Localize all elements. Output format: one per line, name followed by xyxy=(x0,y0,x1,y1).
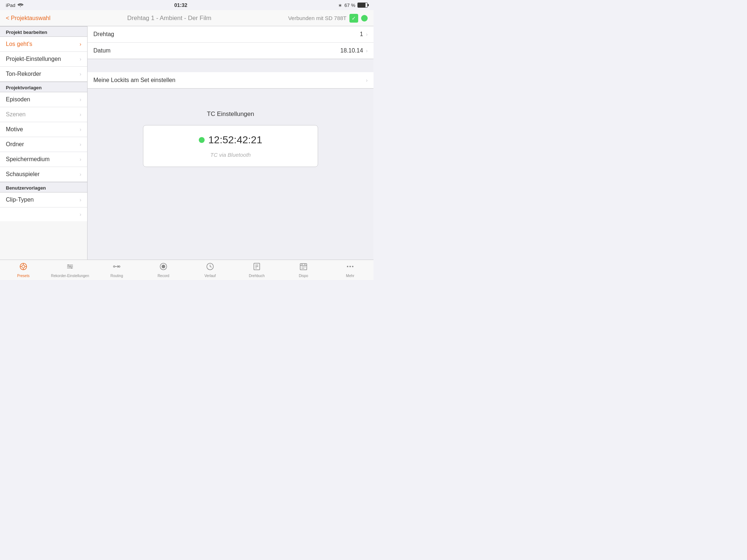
menu-label-episoden: Episoden xyxy=(6,96,30,103)
lockits-label: Meine Lockits am Set einstellen xyxy=(93,77,175,83)
menu-item-clip-typen[interactable]: Clip-Typen › xyxy=(0,192,87,207)
tc-bluetooth-label: TC via Bluetooth xyxy=(210,152,251,158)
menu-label-schauspieler: Schauspieler xyxy=(6,171,40,178)
svg-point-33 xyxy=(352,266,353,267)
tab-mehr-label: Mehr xyxy=(346,274,355,278)
chevron-motive: › xyxy=(80,127,81,132)
menu-label-motive: Motive xyxy=(6,126,23,133)
main-container: Projekt bearbeiten Los geht's › Projekt-… xyxy=(0,26,374,260)
tc-section: TC Einstellungen 12:52:42:21 TC via Blue… xyxy=(88,102,374,176)
drehtag-number: 1 xyxy=(360,31,363,38)
divider-2 xyxy=(88,89,374,102)
connected-checkmark: ✓ xyxy=(349,14,358,23)
lockits-row[interactable]: Meine Lockits am Set einstellen › xyxy=(88,72,374,88)
battery-percent: 67 % xyxy=(344,3,355,8)
chevron-schauspieler: › xyxy=(80,171,81,177)
mehr-icon xyxy=(346,262,355,273)
tab-presets-label: Presets xyxy=(17,274,30,278)
chevron-szenen: › xyxy=(80,112,81,117)
menu-label-clip-typen: Clip-Typen xyxy=(6,197,34,203)
left-panel: Projekt bearbeiten Los geht's › Projekt-… xyxy=(0,26,88,260)
svg-point-31 xyxy=(347,266,348,267)
drehtag-chevron: › xyxy=(366,31,368,37)
tab-routing-label: Routing xyxy=(111,274,123,278)
tc-time-value: 12:52:42:21 xyxy=(208,134,262,146)
drehtag-value: 1 › xyxy=(360,31,368,38)
menu-item-projekt-einstellungen[interactable]: Projekt-Einstellungen › xyxy=(0,52,87,67)
chevron-clip-typen: › xyxy=(80,197,81,203)
tab-dispo-label: Dispo xyxy=(299,274,308,278)
tc-box: 12:52:42:21 TC via Bluetooth xyxy=(143,125,318,167)
svg-point-1 xyxy=(22,265,25,268)
dispo-icon xyxy=(299,262,308,273)
chevron-ton-rekorder: › xyxy=(80,71,81,77)
menu-item-speichermedium[interactable]: Speichermedium › xyxy=(0,152,87,167)
divider-1 xyxy=(88,59,374,72)
record-icon xyxy=(159,262,168,273)
verlauf-icon xyxy=(206,262,214,273)
chevron-losgehts: › xyxy=(80,41,81,47)
chevron-speichermedium: › xyxy=(80,156,81,162)
menu-item-schauspieler[interactable]: Schauspieler › xyxy=(0,167,87,182)
chevron-episoden: › xyxy=(80,97,81,102)
tab-drehbuch[interactable]: Drehbuch xyxy=(233,260,280,280)
menu-label-projekt-einstellungen: Projekt-Einstellungen xyxy=(6,56,61,62)
lockits-section: Meine Lockits am Set einstellen › xyxy=(88,72,374,89)
back-button[interactable]: < Projektauswahl xyxy=(6,15,50,22)
chevron-projekt-einstellungen: › xyxy=(80,56,81,62)
menu-item-episoden[interactable]: Episoden › xyxy=(0,92,87,107)
svg-point-12 xyxy=(113,266,115,267)
status-time: 01:32 xyxy=(174,2,187,8)
menu-label-speichermedium: Speichermedium xyxy=(6,156,50,163)
tc-timecode: 12:52:42:21 xyxy=(199,134,262,146)
menu-label-szenen: Szenen xyxy=(6,111,26,118)
wifi-icon xyxy=(18,3,23,8)
tab-dispo[interactable]: Dispo xyxy=(280,260,327,280)
tab-rekorder-label: Rekorder-Einstellungen xyxy=(51,274,89,278)
menu-item-losgehts[interactable]: Los geht's › xyxy=(0,37,87,52)
tab-record-label: Record xyxy=(158,274,169,278)
section-header-projekt: Projekt bearbeiten xyxy=(0,26,87,37)
status-bar: iPad 01:32 ∗ 67 % xyxy=(0,0,374,10)
tab-verlauf[interactable]: Verlauf xyxy=(187,260,233,280)
tab-mehr[interactable]: Mehr xyxy=(327,260,374,280)
menu-item-ton-rekorder[interactable]: Ton-Rekorder › xyxy=(0,67,87,82)
device-label: iPad xyxy=(6,3,15,8)
drehbuch-icon xyxy=(252,262,261,273)
battery-icon xyxy=(357,3,368,8)
right-panel: Drehtag 1 › Datum 18.10.14 › Meine Locki… xyxy=(88,26,374,260)
lockits-chevron: › xyxy=(366,77,368,83)
drehtag-datum-section: Drehtag 1 › Datum 18.10.14 › xyxy=(88,26,374,59)
routing-icon xyxy=(112,262,121,273)
tab-rekorder-einstellungen[interactable]: Rekorder-Einstellungen xyxy=(47,260,93,280)
drehtag-label: Drehtag xyxy=(93,31,114,38)
menu-label-ton-rekorder: Ton-Rekorder xyxy=(6,71,41,77)
tc-title: TC Einstellungen xyxy=(207,110,254,118)
connected-dot xyxy=(361,15,368,22)
datum-chevron: › xyxy=(366,48,368,54)
tab-verlauf-label: Verlauf xyxy=(204,274,216,278)
svg-point-16 xyxy=(162,265,165,268)
menu-label-losgehts: Los geht's xyxy=(6,41,32,47)
drehtag-row[interactable]: Drehtag 1 › xyxy=(88,26,374,43)
status-right: ∗ 67 % xyxy=(338,3,368,8)
tc-status-dot xyxy=(199,137,205,143)
menu-item-szenen[interactable]: Szenen › xyxy=(0,107,87,122)
menu-item-extra[interactable]: › xyxy=(0,207,87,221)
tab-record[interactable]: Record xyxy=(140,260,187,280)
tab-presets[interactable]: Presets xyxy=(0,260,47,280)
menu-item-motive[interactable]: Motive › xyxy=(0,122,87,137)
datum-row[interactable]: Datum 18.10.14 › xyxy=(88,43,374,59)
menu-label-ordner: Ordner xyxy=(6,141,24,148)
nav-right: Verbunden mit SD 788T ✓ xyxy=(288,14,368,23)
section-header-benutzervorlagen: Benutzervorlagen xyxy=(0,182,87,192)
tab-routing[interactable]: Routing xyxy=(93,260,140,280)
nav-title: Drehtag 1 - Ambient - Der Film xyxy=(127,15,212,22)
menu-item-ordner[interactable]: Ordner › xyxy=(0,137,87,152)
bluetooth-icon: ∗ xyxy=(338,3,342,8)
svg-point-32 xyxy=(349,266,351,267)
tab-drehbuch-label: Drehbuch xyxy=(249,274,264,278)
nav-bar: < Projektauswahl Drehtag 1 - Ambient - D… xyxy=(0,10,374,26)
connected-label: Verbunden mit SD 788T xyxy=(288,15,347,21)
rekorder-icon xyxy=(66,262,74,273)
